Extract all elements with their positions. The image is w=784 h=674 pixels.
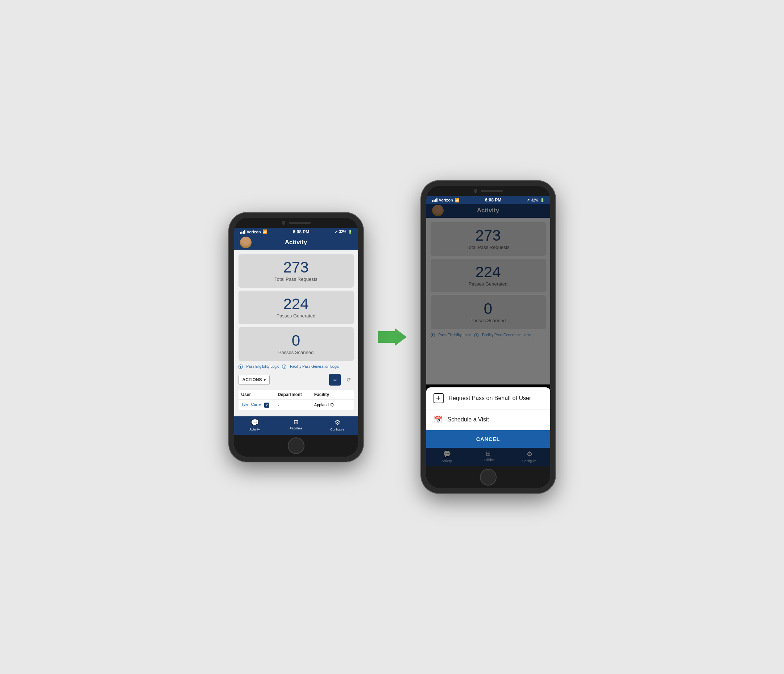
stat-card-scanned-2: 0 Passes Scanned <box>431 295 546 329</box>
info-icon-4: i <box>474 333 479 337</box>
home-button-2[interactable] <box>480 469 496 486</box>
stat-card-generated: 224 Passes Generated <box>238 290 354 324</box>
generation-link[interactable]: Facility Pass Generation Logic <box>290 365 339 368</box>
nav-activity[interactable]: 💬 Activity <box>234 419 275 431</box>
signal-bar-2-1 <box>432 200 433 202</box>
phone-1: Verizon 📶 6:08 PM ↗ 32% 🔋 Activity <box>229 213 363 462</box>
actions-toolbar: ACTIONS ▾ <box>238 373 354 387</box>
signal-bar-2-2 <box>434 200 435 202</box>
app-content: 273 Total Pass Requests 224 Passes Gener… <box>234 250 358 416</box>
scene: Verizon 📶 6:08 PM ↗ 32% 🔋 Activity <box>229 181 555 493</box>
location-icon-2: ↗ <box>527 198 530 202</box>
plus-icon: + <box>434 393 444 403</box>
nav-facilities[interactable]: ⊞ Facilities <box>275 419 317 431</box>
time-label: 6:08 PM <box>293 229 309 235</box>
time-label-2: 6:08 PM <box>485 197 501 203</box>
action-schedule-visit[interactable]: 📅 Schedule a Visit <box>426 410 550 430</box>
schedule-visit-label: Schedule a Visit <box>448 416 489 423</box>
actions-button[interactable]: ACTIONS ▾ <box>238 375 270 385</box>
stat-number-total: 273 <box>244 260 348 275</box>
activity-nav-icon: 💬 <box>251 419 259 427</box>
filter-button[interactable] <box>329 374 341 385</box>
info-icon-2: i <box>282 365 287 369</box>
wifi-icon: 📶 <box>263 229 268 234</box>
app-header-2: Activity <box>426 204 550 218</box>
signal-bar-2-4 <box>436 198 437 202</box>
signal-bar-2-3 <box>435 199 436 202</box>
page-title: Activity <box>285 239 307 246</box>
battery-percent-2: 32% <box>531 198 538 202</box>
logic-links-2: i Pass Eligibility Logic i Facility Pass… <box>431 332 546 338</box>
activity-nav-label-2: Activity <box>442 459 452 463</box>
table-row: Tyler Carter V - Appian HQ <box>238 400 354 410</box>
dropdown-chevron-icon: ▾ <box>263 377 266 382</box>
stat-card-total: 273 Total Pass Requests <box>238 254 354 288</box>
nav-facilities-2: ⊞ Facilities <box>468 450 509 463</box>
status-bar: Verizon 📶 6:08 PM ↗ 32% 🔋 <box>234 228 358 236</box>
status-right-2: ↗ 32% 🔋 <box>527 198 544 202</box>
info-icon-1: i <box>238 365 244 369</box>
home-button[interactable] <box>288 437 305 454</box>
carrier-label: Verizon <box>247 230 261 234</box>
status-left-2: Verizon 📶 <box>432 198 460 203</box>
phone-bottom <box>234 435 358 457</box>
svg-marker-0 <box>378 328 407 346</box>
signal-bars <box>240 230 246 234</box>
camera <box>282 221 285 225</box>
signal-bar-2 <box>241 231 243 234</box>
wifi-icon-2: 📶 <box>454 198 460 203</box>
info-icon-3: i <box>431 333 436 337</box>
battery-icon-2: 🔋 <box>540 198 544 202</box>
phone-top-bar-2 <box>426 186 550 196</box>
avatar[interactable] <box>240 237 252 248</box>
request-pass-label: Request Pass on Behalf of User <box>449 395 531 402</box>
signal-bars-2 <box>432 198 437 202</box>
carrier-label-2: Verizon <box>439 198 453 202</box>
stat-label-generated: Passes Generated <box>244 313 348 318</box>
logic-links: i Pass Eligibility Logic i Facility Pass… <box>238 364 354 370</box>
action-sheet: + Request Pass on Behalf of User 📅 Sched… <box>426 387 550 448</box>
col-header-dept: Department <box>278 392 314 397</box>
avatar-image-2 <box>432 205 444 216</box>
facilities-nav-icon: ⊞ <box>294 419 298 426</box>
stat-number-scanned: 0 <box>244 333 348 348</box>
avatar-image <box>240 237 252 248</box>
status-left: Verizon 📶 <box>240 229 268 234</box>
stat-label-generated-2: Passes Generated <box>436 281 540 287</box>
arrow-container <box>378 328 407 346</box>
user-link[interactable]: Tyler Carter <box>241 402 262 407</box>
stat-label-scanned: Passes Scanned <box>244 350 348 355</box>
activity-nav-label: Activity <box>249 428 260 431</box>
facilities-nav-label: Facilities <box>289 427 302 430</box>
battery-icon: 🔋 <box>348 230 352 234</box>
speaker-2 <box>481 190 503 192</box>
bottom-nav: 💬 Activity ⊞ Facilities ⚙ Configure <box>234 416 358 435</box>
cancel-button[interactable]: CANCEL <box>426 430 550 448</box>
eligibility-link[interactable]: Pass Eligibility Logic <box>246 365 280 368</box>
nav-activity-2: 💬 Activity <box>426 450 468 463</box>
refresh-button[interactable] <box>344 375 354 385</box>
app-content-2: 273 Total Pass Requests 224 Passes Gener… <box>426 218 550 385</box>
page-title-2: Activity <box>477 207 499 214</box>
table-header: User Department Facility <box>238 390 354 400</box>
col-header-user: User <box>241 392 278 397</box>
calendar-icon: 📅 <box>434 415 443 424</box>
stat-label-scanned-2: Passes Scanned <box>436 318 540 323</box>
stat-card-total-2: 273 Total Pass Requests <box>431 222 546 256</box>
speaker <box>289 222 311 224</box>
dept-cell: - <box>278 402 314 407</box>
phone-2: Verizon 📶 6:08 PM ↗ 32% 🔋 Activity <box>421 181 555 493</box>
user-cell: Tyler Carter V <box>241 402 278 408</box>
signal-bar-1 <box>240 232 241 234</box>
nav-configure[interactable]: ⚙ Configure <box>317 419 358 431</box>
facilities-nav-label-2: Facilities <box>482 458 495 462</box>
configure-nav-label-2: Configure <box>522 459 537 463</box>
action-request-pass[interactable]: + Request Pass on Behalf of User <box>426 387 550 410</box>
facilities-nav-icon-2: ⊞ <box>486 450 490 457</box>
user-badge: V <box>264 402 269 408</box>
generation-link-2: Facility Pass Generation Logic <box>482 333 531 337</box>
stat-number-generated: 224 <box>244 297 348 312</box>
col-header-facility: Facility <box>314 392 351 397</box>
configure-nav-icon: ⚙ <box>334 419 340 427</box>
facility-cell: Appian HQ <box>314 402 351 407</box>
